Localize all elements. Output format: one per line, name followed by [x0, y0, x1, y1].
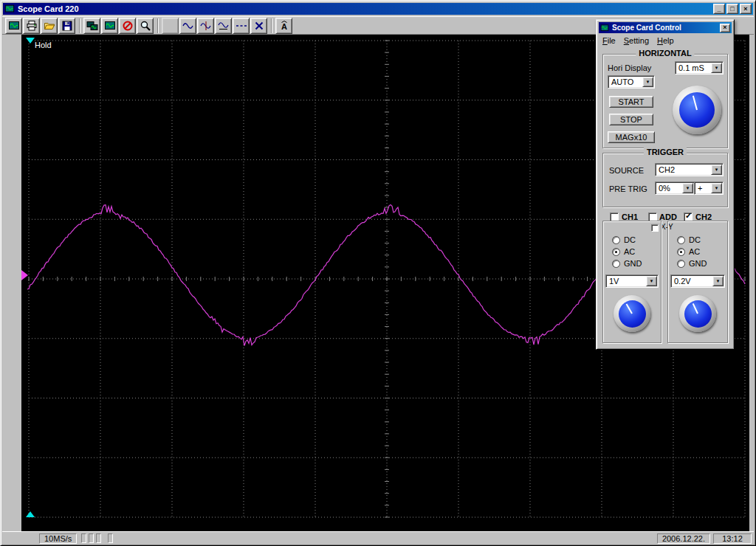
- sine3-icon: [218, 20, 230, 32]
- single-channel-view-button[interactable]: [101, 18, 118, 34]
- toolbar-separator: [271, 18, 272, 33]
- chevron-down-icon[interactable]: [711, 183, 722, 193]
- hori-display-select[interactable]: AUTO: [608, 75, 655, 89]
- ch1-position-knob[interactable]: [614, 295, 650, 332]
- scope-icon: [8, 20, 20, 32]
- knob-cap: [679, 92, 715, 128]
- trigger-time-marker-bottom-icon[interactable]: [26, 511, 35, 517]
- channels-group: CH1 ADD CH2 X-Y DC AC GND 1V: [602, 212, 728, 345]
- trigger-time-marker-icon[interactable]: [26, 38, 35, 44]
- control-app-icon: [600, 24, 609, 32]
- minimize-button[interactable]: _: [713, 4, 725, 14]
- control-window: Scope Card Control × FileSettingHelp HOR…: [596, 19, 735, 350]
- ch2-dc-radio[interactable]: [677, 236, 685, 244]
- knob-cap: [684, 300, 712, 328]
- dashed-line-button[interactable]: [233, 18, 250, 34]
- control-titlebar: Scope Card Control ×: [599, 22, 732, 33]
- chevron-down-icon[interactable]: [642, 77, 653, 87]
- main-titlebar: Scope Card 220 _ □ ×: [3, 3, 753, 15]
- ch2-ac-radio[interactable]: [677, 248, 685, 256]
- pretrig-label: PRE TRIG: [609, 184, 647, 193]
- chevron-down-icon[interactable]: [711, 63, 722, 73]
- menu-setting[interactable]: Setting: [620, 35, 653, 46]
- timebase-knob[interactable]: [673, 86, 721, 134]
- knob-cap: [619, 300, 646, 328]
- ch1-dc-radio[interactable]: [612, 236, 620, 244]
- horizontal-legend: HORIZONTAL: [636, 49, 694, 58]
- date-panel: 2006.12.22.: [657, 533, 710, 544]
- pretrig-select[interactable]: 0%: [655, 182, 695, 195]
- chevron-down-icon[interactable]: [712, 276, 724, 286]
- ch1-volts-select[interactable]: 1V: [605, 274, 659, 288]
- toolbar-separator: [157, 18, 159, 33]
- ch2-position-knob[interactable]: [679, 295, 716, 332]
- xmark-icon: [253, 20, 265, 32]
- buffer-bar: [81, 533, 86, 543]
- printer-icon: [26, 20, 38, 32]
- toolbar-separator: [79, 18, 80, 33]
- text-annotation-button[interactable]: A: [275, 18, 292, 34]
- ch2-panel: DC AC GND 0.2V: [667, 221, 728, 343]
- ch1-ac-radio[interactable]: [612, 248, 620, 256]
- scope-icon: [104, 20, 116, 32]
- ch1-ac-label: AC: [624, 247, 635, 256]
- trigger-legend: TRIGGER: [644, 148, 687, 156]
- start-button[interactable]: START: [609, 96, 653, 108]
- channel-position-marker-icon[interactable]: [21, 270, 28, 280]
- waveform-select-button[interactable]: [215, 18, 232, 34]
- close-button[interactable]: ×: [740, 4, 752, 14]
- hori-display-label: Hori Display: [608, 63, 651, 72]
- trigger-source-select[interactable]: CH2: [655, 163, 724, 176]
- maximize-button[interactable]: □: [726, 4, 738, 14]
- statusbar: 10MS/s 2006.12.22. 13:12: [2, 531, 754, 544]
- inhibit-button[interactable]: [119, 18, 136, 34]
- folder-icon: [44, 20, 55, 32]
- ch1-panel: DC AC GND 1V: [602, 221, 662, 343]
- trigger-slope-select[interactable]: +: [694, 182, 724, 195]
- control-menubar: FileSettingHelp: [599, 35, 732, 46]
- ch2-dc-label: DC: [689, 235, 701, 244]
- blank-button: [162, 18, 179, 34]
- zoom-button[interactable]: [137, 18, 154, 34]
- knob-pointer: [693, 303, 698, 314]
- ch2-gnd-label: GND: [689, 259, 707, 268]
- buffer-bar: [108, 533, 113, 543]
- menu-file[interactable]: File: [599, 35, 620, 46]
- multiply-button[interactable]: [250, 18, 267, 34]
- textA-icon: A: [278, 20, 290, 32]
- magnifier-icon: [140, 20, 151, 32]
- ch2-ac-label: AC: [689, 247, 700, 256]
- trigger-group: TRIGGER SOURCE CH2 PRE TRIG 0% +: [602, 153, 728, 207]
- buffer-bar: [89, 533, 94, 543]
- svg-text:A: A: [281, 22, 287, 31]
- ch2-volts-select[interactable]: 0.2V: [670, 274, 725, 288]
- buffer-bar: [96, 533, 101, 543]
- sine-icon: [182, 20, 194, 32]
- chevron-down-icon[interactable]: [711, 165, 722, 175]
- menu-help[interactable]: Help: [653, 35, 678, 46]
- ch2-gnd-radio[interactable]: [677, 260, 685, 268]
- app-icon: [4, 4, 15, 14]
- acquire-display-button[interactable]: [5, 18, 22, 34]
- dual-channel-view-button[interactable]: [83, 18, 100, 34]
- main-window: Scope Card 220 _ □ × A Hold Scope Card C…: [0, 0, 756, 546]
- sine2-icon: [200, 20, 212, 32]
- sine-display-button[interactable]: [179, 18, 196, 34]
- print-button[interactable]: [23, 18, 40, 34]
- sine-measure-button[interactable]: [197, 18, 214, 34]
- stop-button[interactable]: STOP: [609, 114, 653, 125]
- chevron-down-icon[interactable]: [682, 183, 693, 193]
- acquisition-status: Hold: [35, 41, 52, 49]
- sample-rate-panel: 10MS/s: [39, 533, 77, 544]
- blank-icon: [165, 20, 176, 32]
- timebase-select[interactable]: 0.1 mS: [675, 61, 724, 75]
- knob-pointer: [693, 96, 698, 110]
- open-button[interactable]: [41, 18, 58, 34]
- chevron-down-icon[interactable]: [646, 276, 657, 286]
- control-close-button[interactable]: ×: [720, 24, 730, 32]
- mag-x10-button[interactable]: MAGx10: [608, 131, 655, 143]
- ch1-gnd-radio[interactable]: [612, 260, 620, 268]
- control-window-title: Scope Card Control: [612, 24, 718, 32]
- ch1-dc-label: DC: [624, 235, 636, 244]
- save-button[interactable]: [58, 18, 75, 34]
